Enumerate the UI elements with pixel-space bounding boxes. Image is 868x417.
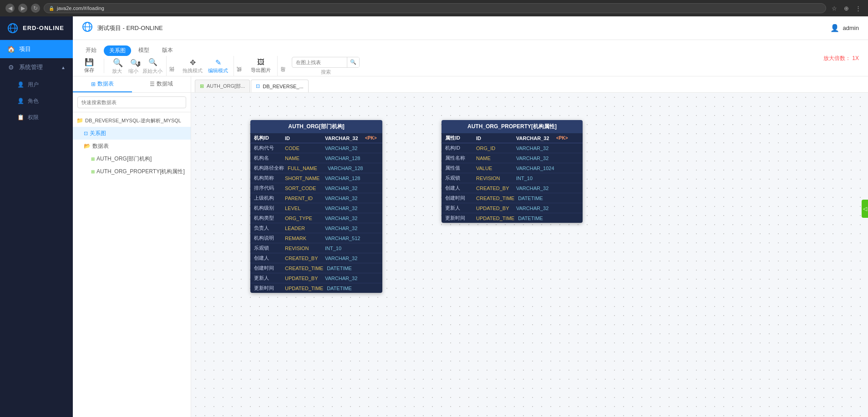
side-panel-handle[interactable]: ◁ <box>862 200 868 218</box>
db-table-auth-org[interactable]: AUTH_ORG[部门机构] 机构ID ID VARCHAR_32 <PK> 机… <box>250 120 382 293</box>
zoom-in-icon: 🔍 <box>113 59 123 67</box>
browser-chrome: ◀ ▶ ↻ 🔒 java2e.com/#/loading ☆ ⊕ ⋮ <box>0 0 868 16</box>
diagram-icon: ⊡ <box>84 131 88 136</box>
edit-mode-button[interactable]: ✎ <box>206 58 230 67</box>
sidebar-item-label-user: 用户 <box>28 81 39 89</box>
sidebar-item-project[interactable]: 🏠 项目 <box>0 40 73 58</box>
table-row: 机构IDORG_IDVARCHAR_32 <box>442 143 583 153</box>
canvas-tab-icon-2: ⊡ <box>256 83 260 89</box>
browser-refresh-button[interactable]: ↻ <box>31 4 40 13</box>
table-row: 创建人CREATED_BYVARCHAR_32 <box>442 183 583 193</box>
globe-logo-icon <box>7 23 18 34</box>
canvas-content[interactable]: AUTH_ORG[部门机构] 机构ID ID VARCHAR_32 <PK> 机… <box>191 93 868 417</box>
user-name: admin <box>843 25 859 31</box>
browser-forward-button[interactable]: ▶ <box>18 4 27 13</box>
table-row: 上级机构PARENT_IDVARCHAR_32 <box>250 193 382 203</box>
app-title: ERD-ONLINE <box>23 25 64 31</box>
scale-group-label: 比例 <box>166 56 175 76</box>
tab-version[interactable]: 版本 <box>157 45 178 56</box>
left-panel-tree: 📁 DB_REVERSE_MYSQL-逆向解析_MYSQL ⊡ 关系图 📂 数据… <box>73 112 191 417</box>
save-label: 保存 <box>84 67 94 74</box>
canvas-tab-auth-org[interactable]: ⊞ AUTH_ORG[部... <box>195 80 250 92</box>
table-search-input[interactable] <box>77 96 186 108</box>
content-area: ⊞ 数据表 ☰ 数据域 📁 DB_REVERSE_MYSQL-逆向解析_M <box>73 76 868 417</box>
table-row: 机构路径全称FULL_NAMEVARCHAR_128 <box>250 163 382 173</box>
app-container: ERD-ONLINE 🏠 项目 ⚙ 系统管理 ▲ 👤 用户 👤 角色 📋 <box>0 16 868 417</box>
table-row: 机构说明REMARKVARCHAR_512 <box>250 233 382 243</box>
tree-node-relation[interactable]: ⊡ 关系图 <box>73 127 191 140</box>
left-tab-domains[interactable]: ☰ 数据域 <box>132 76 191 92</box>
canvas-tab-label-1: AUTH_ORG[部... <box>207 83 245 90</box>
tab-model[interactable]: 模型 <box>133 45 155 56</box>
browser-actions: ☆ ⊕ ⋮ <box>830 4 863 13</box>
zoom-in-label: 放大 <box>110 68 124 75</box>
search-button[interactable]: 🔍 <box>347 57 359 67</box>
handle-arrow-icon: ◁ <box>863 206 867 212</box>
left-tab-tables[interactable]: ⊞ 数据表 <box>73 76 132 92</box>
table-row: 更新时间UPDATED_TIMEDATETIME <box>250 283 382 293</box>
search-input-wrap: 🔍 <box>292 57 360 68</box>
tab-start[interactable]: 开始 <box>80 45 102 56</box>
drag-icon: ✥ <box>190 59 196 66</box>
tree-node-label-relation: 关系图 <box>90 130 106 137</box>
tree-node-auth-org-prop[interactable]: ⊞ AUTH_ORG_PROPERTY[机构属性] <box>73 165 191 178</box>
edit-label: 编辑模式 <box>206 67 230 74</box>
bookmark-icon[interactable]: ☆ <box>830 4 839 13</box>
extensions-icon[interactable]: ⊕ <box>842 4 851 13</box>
left-panel-tabs: ⊞ 数据表 ☰ 数据域 <box>73 76 191 93</box>
db-table-auth-org-property[interactable]: AUTH_ORG_PROPERTY[机构属性] 属性ID ID VARCHAR_… <box>442 120 583 223</box>
zoom-reset-button[interactable]: 🔍 <box>144 58 162 68</box>
chevron-up-icon: ▲ <box>61 65 66 70</box>
table-icon: ⊞ <box>91 156 95 161</box>
table-tab-label: 数据表 <box>97 80 114 88</box>
export-group-label: 导出 <box>277 56 286 76</box>
zoom-out-label: 缩小 <box>126 68 141 75</box>
export-button[interactable]: 🖼 导出图片 <box>248 58 274 75</box>
lock-icon: 🔒 <box>49 6 54 11</box>
drag-mode-button[interactable]: ✥ <box>181 58 204 67</box>
breadcrumb-text: 测试项目 - ERD-ONLINE <box>97 24 163 32</box>
canvas-tab-label-2: DB_REVERSE_... <box>263 84 303 89</box>
tree-node-label-auth-org-prop: AUTH_ORG_PROPERTY[机构属性] <box>96 168 185 176</box>
canvas-tab-db-reverse[interactable]: ⊡ DB_REVERSE_... <box>251 80 308 92</box>
table-row: 创建时间CREATED_TIMEDATETIME <box>250 263 382 273</box>
left-panel-search <box>73 93 191 112</box>
tree-node-tables-folder[interactable]: 📂 数据表 <box>73 140 191 152</box>
sidebar-item-label-permission: 权限 <box>28 114 39 121</box>
save-button[interactable]: 💾 保存 <box>80 58 98 75</box>
table-row: 乐观锁REVISIONINT_10 <box>442 173 583 183</box>
sidebar-item-user[interactable]: 👤 用户 <box>0 76 73 93</box>
sidebar-nav: 🏠 项目 ⚙ 系统管理 ▲ 👤 用户 👤 角色 📋 权限 <box>0 40 73 417</box>
db-table-auth-org-body: 机构ID ID VARCHAR_32 <PK> 机构代号CODEVARCHAR_… <box>250 133 382 293</box>
tree-node-auth-org[interactable]: ⊞ AUTH_ORG[部门机构] <box>73 152 191 165</box>
zoom-in-button[interactable]: 🔍 <box>110 58 126 68</box>
home-icon: 🏠 <box>7 45 15 53</box>
save-icon: 💾 <box>85 59 94 66</box>
zoom-out-icon: 🔍- <box>130 59 139 67</box>
table-row: 创建人CREATED_BYVARCHAR_32 <box>250 253 382 263</box>
tree-node-db-group[interactable]: 📁 DB_REVERSE_MYSQL-逆向解析_MYSQL <box>73 114 191 127</box>
browser-url: java2e.com/#/loading <box>57 5 104 11</box>
tab-relation[interactable]: 关系图 <box>104 45 131 56</box>
table-icon2: ⊞ <box>91 169 95 174</box>
sidebar-item-role[interactable]: 👤 角色 <box>0 93 73 109</box>
browser-back-button[interactable]: ◀ <box>5 4 15 13</box>
mode-group-label: 模式 <box>233 56 243 76</box>
col-cn-header: 机构ID <box>254 135 281 141</box>
zoom-reset-icon: 🔍 <box>148 59 157 66</box>
tree-node-label-auth-org: AUTH_ORG[部门机构] <box>96 155 152 163</box>
browser-address-bar: 🔒 java2e.com/#/loading <box>44 3 826 13</box>
db-table-auth-org-col-header: 机构ID ID VARCHAR_32 <PK> <box>250 133 382 143</box>
main-content: 测试项目 - ERD-ONLINE 👤 admin 开始 关系图 模型 版本 💾… <box>73 16 868 417</box>
table-row: 机构简称SHORT_NAMEVARCHAR_128 <box>250 173 382 183</box>
table-row: 机构名NAMEVARCHAR_128 <box>250 153 382 163</box>
sidebar-item-permission[interactable]: 📋 权限 <box>0 109 73 126</box>
user-icon: 👤 <box>17 81 24 88</box>
tree-node-label-db: DB_REVERSE_MYSQL-逆向解析_MYSQL <box>85 117 181 124</box>
table-row: 更新人UPDATED_BYVARCHAR_32 <box>442 203 583 213</box>
browser-menu-icon[interactable]: ⋮ <box>853 4 863 13</box>
search-input[interactable] <box>292 60 347 65</box>
table-row: 属性名称NAMEVARCHAR_32 <box>442 153 583 163</box>
zoom-out-button[interactable]: 🔍- <box>127 58 142 68</box>
sidebar-item-system[interactable]: ⚙ 系统管理 ▲ <box>0 58 73 76</box>
